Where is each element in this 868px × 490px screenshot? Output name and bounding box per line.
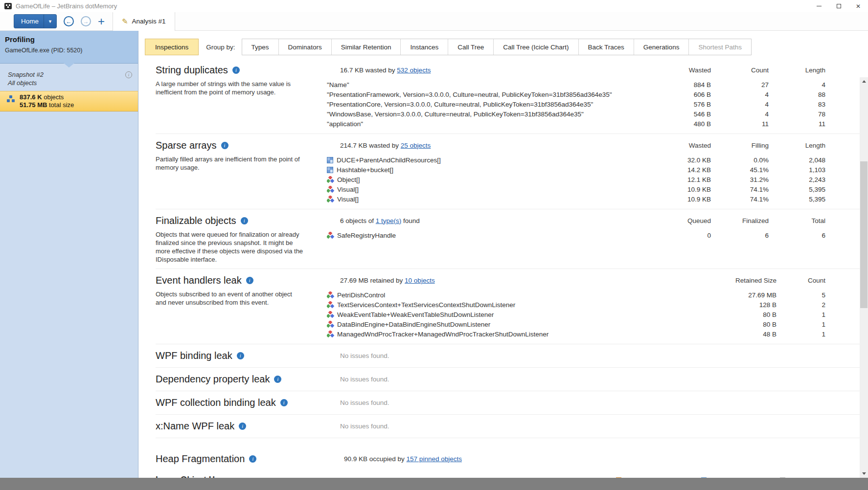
table-row[interactable]: "WindowsBase, Version=3.0.0.0, Culture=n… [327,109,825,119]
snapshot-info-icon[interactable]: i [125,71,132,78]
tab-shortest-paths: Shortest Paths [688,39,751,55]
legend-item-pinned: 93.5 KB used (pinned) [616,476,688,478]
section-finalizable-objects: Finalizable objects i 6 objects of 1 typ… [156,209,860,269]
column-headers: Retained Size Count [708,277,860,284]
section-xname-wpf-leak: x:Name WPF leak i No issues found. [156,415,860,438]
section-heap-fragmentation: Heap Fragmentation i 90.9 KB occupied by… [156,438,860,478]
info-icon[interactable]: i [246,277,253,284]
info-icon[interactable]: i [241,217,248,224]
class-type-icon [327,331,334,337]
analysis-tab-label: Analysis #1 [132,18,166,25]
profiling-title: Profiling [5,35,133,44]
table-row[interactable]: "PresentationFramework, Version=3.0.0.0,… [327,89,825,99]
info-icon[interactable]: i [232,67,240,74]
tab-analysis-1[interactable]: ✎ Analysis #1 [113,12,175,31]
table-row[interactable]: Visual[] 10.9 KB 74.1% 5,395 [327,184,825,194]
table-row[interactable]: DataBindEngine+DataBindEngineShutDownLis… [327,319,825,329]
objects-count-link[interactable]: 532 objects [397,67,431,74]
title-bar: GameOfLife – JetBrains dotMemory ✕ [0,0,868,12]
table-row[interactable]: Hashtable+bucket[] 14.2 KB 45.1% 1,103 [327,165,825,175]
arrow-down-icon [862,472,866,475]
section-wpf-binding-leak: WPF binding leak i No issues found. [156,344,860,368]
snapshot-header: Snapshot #2 All objects i [0,64,138,91]
add-analysis-button[interactable]: + [98,17,105,26]
types-count-link[interactable]: 1 type(s) [376,217,402,224]
main-panel: Inspections Group by: Types Dominators S… [138,31,868,478]
section-summary: 214.7 KB wasted by 25 objects [327,142,652,149]
unpinned-swatch-icon [701,477,707,478]
vertical-scrollbar[interactable] [860,77,868,478]
large-object-heap-row[interactable]: Large Object Heap 1 heap 90.7 KB total 9… [156,472,860,478]
tab-call-tree-icicle[interactable]: Call Tree (Icicle Chart) [493,39,578,55]
objects-icon [7,95,15,103]
app-window: GameOfLife – JetBrains dotMemory ✕ Home … [0,0,868,478]
tab-inspections[interactable]: Inspections [145,39,199,55]
info-icon[interactable]: i [239,423,246,430]
profiled-process: GameOfLife.exe (PID: 5520) [5,47,133,54]
no-issues-status: No issues found. [327,399,860,406]
arrow-up-icon [862,80,866,83]
info-icon[interactable]: i [274,376,281,383]
toolbar: Home ▼ ← → + ✎ Analysis #1 [0,12,868,31]
home-button-label: Home [14,18,44,25]
column-headers: Wasted Count Length [652,67,860,74]
string-duplicates-table: "Name" 884 B 27 4 "PresentationFramework… [327,80,860,129]
back-button[interactable]: ← [64,16,74,26]
tab-types[interactable]: Types [242,39,278,55]
section-title: WPF binding leak [156,350,232,361]
heap-legend: 93.5 KB used (pinned) 0 B used (unpinned… [616,476,860,478]
heap-name: Large Object Heap [156,475,229,478]
section-dependency-property-leak: Dependency property leak i No issues fou… [156,368,860,391]
home-button[interactable]: Home ▼ [14,14,57,28]
tab-call-tree[interactable]: Call Tree [448,39,493,55]
table-row[interactable]: DUCE+ParentAndChildResources[] 32.0 KB 0… [327,155,825,165]
table-row[interactable]: WeakEventTable+WeakEventTableShutDownLis… [327,310,825,319]
section-title: Event handlers leak [156,275,242,286]
table-row[interactable]: Visual[] 10.9 KB 74.1% 5,395 [327,194,825,204]
close-button[interactable]: ✕ [848,0,868,12]
tab-back-traces[interactable]: Back Traces [578,39,634,55]
table-row[interactable]: SafeRegistryHandle 0 6 6 [327,230,825,240]
heap-count: 1 heap [254,476,274,478]
table-row[interactable]: "application" 480 B 11 11 [327,119,825,129]
table-row[interactable]: ManagedWndProcTracker+ManagedWndProcTrac… [327,329,825,339]
maximize-button[interactable] [829,0,848,12]
window-title: GameOfLife – JetBrains dotMemory [16,2,117,10]
minimize-button[interactable] [809,0,829,12]
tab-generations[interactable]: Generations [634,39,689,55]
class-type-icon [327,311,334,318]
info-icon[interactable]: i [221,142,228,149]
section-string-duplicates: String duplicates i 16.7 KB wasted by 53… [156,59,860,134]
chevron-down-icon[interactable]: ▼ [44,19,56,24]
table-row[interactable]: PetriDishControl 27.69 MB 5 [327,290,825,300]
info-icon[interactable]: i [237,352,244,359]
info-icon[interactable]: i [280,399,288,406]
table-row[interactable]: Object[] 12.1 KB 31.2% 2,243 [327,175,825,184]
snapshot-all-objects-item[interactable]: 837.6 K objects 51.75 MB total size [0,91,138,111]
section-description: A large number of strings with the same … [156,80,327,129]
tab-dominators[interactable]: Dominators [278,39,331,55]
objects-count-link[interactable]: 25 objects [401,142,431,149]
tab-instances[interactable]: Instances [400,39,448,55]
tab-similar-retention[interactable]: Similar Retention [331,39,401,55]
event-handlers-table: PetriDishControl 27.69 MB 5 TextServices… [327,290,860,339]
column-headers: Wasted Filling Length [652,142,860,149]
app-icon [4,3,12,9]
table-row[interactable]: TextServicesContext+TextServicesContextS… [327,300,825,310]
scroll-down-button[interactable] [860,469,868,478]
table-row[interactable]: "Name" 884 B 27 4 [327,80,825,89]
scrollbar-thumb[interactable] [860,161,868,308]
group-by-buttons: Types Dominators Similar Retention Insta… [242,39,752,55]
info-icon[interactable]: i [249,455,256,463]
forward-button[interactable]: → [81,16,91,26]
table-row[interactable]: "PresentationCore, Version=3.0.0.0, Cult… [327,99,825,109]
pinned-objects-link[interactable]: 157 pinned objects [407,455,462,463]
array-type-icon [327,167,333,173]
no-issues-status: No issues found. [327,352,860,359]
sparse-arrays-table: DUCE+ParentAndChildResources[] 32.0 KB 0… [327,155,860,204]
snapshot-scope: All objects [8,79,44,87]
scroll-up-button[interactable] [860,77,868,86]
profiling-header: Profiling GameOfLife.exe (PID: 5520) [0,31,138,64]
objects-count-link[interactable]: 10 objects [405,277,435,284]
section-title: String duplicates [156,65,228,76]
